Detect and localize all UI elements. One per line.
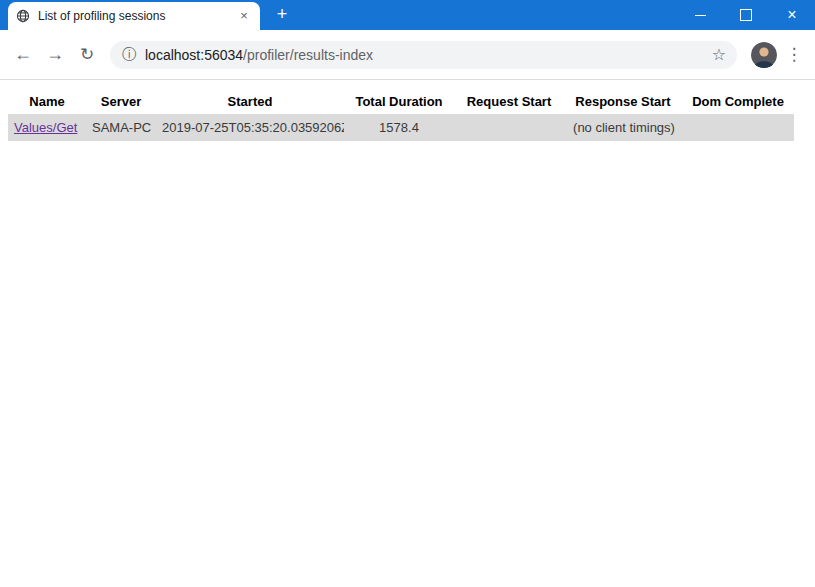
column-header-request-start: Request Start: [454, 89, 564, 114]
cell-started: 2019-07-25T05:35:20.0359206Z: [156, 114, 344, 141]
cell-name: Values/Get: [8, 114, 86, 141]
profile-avatar[interactable]: [751, 42, 777, 68]
reload-icon: ↻: [80, 44, 94, 65]
url-text: localhost:56034/profiler/results-index: [145, 47, 698, 63]
profile-result-link[interactable]: Values/Get: [14, 120, 77, 135]
url-path: /profiler/results-index: [243, 47, 373, 63]
reload-button[interactable]: ↻: [72, 40, 102, 70]
back-icon: ←: [14, 44, 32, 65]
table-row: Values/Get SAMA-PC 2019-07-25T05:35:20.0…: [8, 114, 794, 141]
address-bar[interactable]: ⓘ localhost:56034/profiler/results-index…: [110, 41, 737, 69]
url-host: localhost:56034: [145, 47, 243, 63]
browser-window: List of profiling sessions × + × ← → ↻ ⓘ…: [0, 0, 815, 587]
cell-total-duration: 1578.4: [344, 114, 454, 141]
column-header-total-duration: Total Duration: [344, 89, 454, 114]
globe-favicon-icon: [16, 9, 30, 23]
browser-toolbar: ← → ↻ ⓘ localhost:56034/profiler/results…: [0, 30, 815, 80]
tab-close-icon[interactable]: ×: [236, 8, 252, 24]
minimize-button[interactable]: [677, 0, 723, 30]
window-controls: ×: [677, 0, 815, 30]
cell-client-timings: (no client timings): [454, 114, 794, 141]
profiling-sessions-table: Name Server Started Total Duration Reque…: [8, 89, 794, 141]
page-content: Name Server Started Total Duration Reque…: [0, 80, 815, 587]
forward-button[interactable]: →: [40, 40, 70, 70]
column-header-name: Name: [8, 89, 86, 114]
column-header-dom-complete: Dom Complete: [682, 89, 794, 114]
close-button[interactable]: ×: [769, 0, 815, 30]
column-header-response-start: Response Start: [564, 89, 682, 114]
site-info-icon[interactable]: ⓘ: [122, 46, 136, 64]
tab-title: List of profiling sessions: [38, 9, 228, 23]
column-header-server: Server: [86, 89, 156, 114]
minimize-icon: [695, 15, 706, 16]
browser-tab[interactable]: List of profiling sessions ×: [8, 2, 260, 30]
maximize-button[interactable]: [723, 0, 769, 30]
bookmark-star-icon[interactable]: ☆: [707, 45, 731, 64]
cell-server: SAMA-PC: [86, 114, 156, 141]
new-tab-button[interactable]: +: [268, 2, 296, 28]
column-header-started: Started: [156, 89, 344, 114]
browser-menu-icon[interactable]: ⋮: [781, 44, 807, 65]
close-icon: ×: [787, 7, 796, 23]
maximize-icon: [740, 9, 752, 21]
back-button[interactable]: ←: [8, 40, 38, 70]
forward-icon: →: [46, 44, 64, 65]
table-header-row: Name Server Started Total Duration Reque…: [8, 89, 794, 114]
browser-titlebar: List of profiling sessions × + ×: [0, 0, 815, 30]
